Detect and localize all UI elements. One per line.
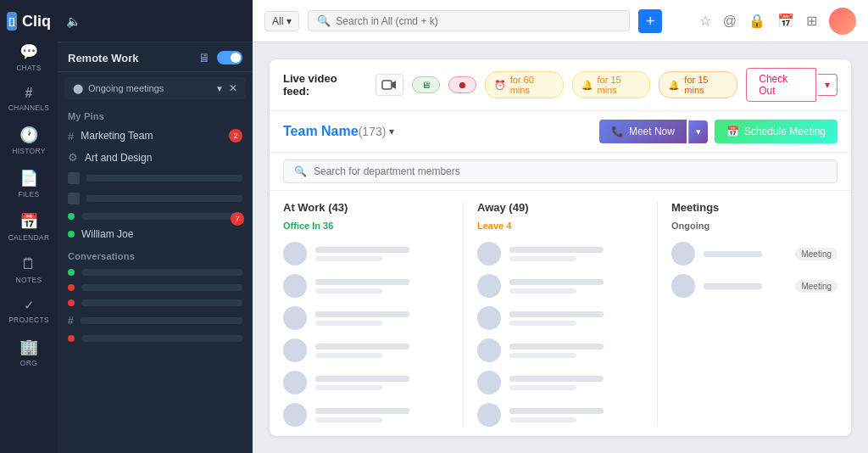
bell-icon-2: 🔔 [668,80,680,91]
notes-icon: 🗒 [21,255,36,273]
monitor-icon: 🖥 [198,51,210,64]
member-row [477,238,643,270]
search-box: 🔍 [308,10,630,31]
ongoing-close-icon[interactable]: ✕ [229,82,237,94]
placeholder-row-3: # [58,310,253,331]
conv-item-1[interactable] [58,265,253,280]
offline-indicator [68,299,75,306]
col-divider [463,201,464,426]
member-row [283,238,449,270]
live-video-bar: Live video feed: 🖥 ⏺ ⏰ [270,59,851,111]
screen-icon: 🖥 [421,80,431,90]
offline-indicator [68,284,75,291]
search-all-dropdown[interactable]: All ▾ [264,11,299,31]
record-chip[interactable]: ⏺ [448,76,476,93]
star-icon[interactable]: ☆ [699,13,711,29]
william-joe-item[interactable]: William Joe [58,224,253,244]
logo-area: [] Cliq [0,7,58,36]
meet-now-main-button[interactable]: 📞 Meet Now [599,120,687,143]
sidebar-item-history[interactable]: 🕐 HISTORY [0,119,58,162]
sidebar-item-projects[interactable]: ✓ PROJECTS [0,291,58,331]
search-input[interactable] [336,15,620,27]
placeholder-bar [86,195,242,202]
sidebar-item-channels[interactable]: # CHANNELS [0,79,58,119]
phone-icon: 📞 [611,126,624,137]
avatar [671,242,695,266]
sidebar-item-org[interactable]: 🏢 ORG [0,331,58,374]
lock-icon[interactable]: 🔒 [748,13,765,29]
pin-label: Art and Design [85,152,242,164]
checkout-main-button[interactable]: Check Out [746,68,816,102]
avatar [477,306,501,330]
meet-now-button: 📞 Meet Now ▾ [599,120,708,143]
conv-item-5[interactable] [58,331,253,346]
screen-share-chip[interactable]: 🖥 [412,76,440,93]
search-members-bar: 🔍 [270,153,851,191]
team-count: (173) [359,125,387,138]
grid-icon[interactable]: ⊞ [806,13,817,29]
conv-item-3[interactable] [58,295,253,310]
remote-work-toggle[interactable] [217,51,242,64]
meet-now-dropdown[interactable]: ▾ [688,120,708,143]
avatar [283,242,307,266]
timer-chip[interactable]: ⏰ for 60 mins [485,71,564,98]
pin-label: Marketing Team [81,130,222,142]
conv-bar [81,299,242,306]
camera-icon [381,79,397,91]
bell-icon: 🔔 [581,80,593,91]
hash-icon: # [68,315,74,327]
live-video-label: Live video feed: [283,72,364,98]
history-icon: 🕐 [19,126,38,144]
pin-item-marketing[interactable]: # Marketing Team 2 [58,125,253,147]
alarm-chip-2[interactable]: 🔔 for 15 mins [659,71,737,98]
user-avatar[interactable] [829,8,856,35]
placeholder-icon [68,193,80,204]
avatar [477,338,501,362]
sidebar-item-notes[interactable]: 🗒 NOTES [0,249,58,291]
at-work-column: At Work (43) Office In 36 [283,201,449,426]
ongoing-meetings-bar[interactable]: ⬤ Ongoing meetings ▼ ✕ [64,77,246,99]
sidebar-item-files[interactable]: 📄 FILES [0,162,58,205]
schedule-meeting-button[interactable]: 📅 Schedule Meeting [715,120,837,143]
avatar [477,242,501,266]
remote-work-label: Remote Work [68,52,192,64]
add-button[interactable]: + [638,9,662,33]
meetings-column: Meetings Ongoing Meeting Meeting [671,201,837,426]
my-pins-title: My Pins [58,104,253,125]
hash-icon: # [68,130,74,143]
placeholder-row-2 [58,188,253,209]
member-row [477,334,643,366]
search-members-icon: 🔍 [294,165,307,177]
calendar-icon[interactable]: 📅 [777,13,794,29]
logo-icon: [] [7,12,17,31]
ongoing-label: Ongoing [671,221,837,231]
offline-indicator [68,335,75,342]
office-in-label: Office In 36 [283,221,449,231]
team-dropdown-icon[interactable]: ▾ [389,126,394,137]
meetings-header: Meetings [671,201,837,214]
conversations-title: Conversations [58,244,253,265]
sidebar-item-calendar[interactable]: 📅 CALENDAR [0,205,58,249]
online-indicator [68,213,75,220]
sidebar-item-chats[interactable]: 💬 CHATS [0,36,58,79]
away-column: Away (49) Leave 4 [477,201,643,426]
conv-bar [81,269,242,276]
online-indicator [68,269,75,276]
calendar-plus-icon: 📅 [726,126,739,137]
conv-item-badge[interactable]: 7 [58,209,253,224]
conv-item-2[interactable] [58,280,253,295]
video-camera-button[interactable] [376,74,403,96]
checkout-dropdown[interactable]: ▾ [818,74,837,96]
dropdown-arrow-icon: ▾ [287,15,292,27]
member-row: Meeting [671,270,837,302]
checkout-button: Check Out ▾ [746,68,837,102]
search-members-input[interactable] [314,165,826,177]
member-row [283,399,449,431]
avatar [477,371,501,394]
at-icon[interactable]: @ [723,14,737,29]
avatar [283,338,307,362]
pin-item-art[interactable]: ⚙ Art and Design [58,147,253,168]
alarm-chip-1[interactable]: 🔔 for 15 mins [572,71,651,98]
team-name: Team Name [283,124,359,139]
member-row [283,302,449,334]
